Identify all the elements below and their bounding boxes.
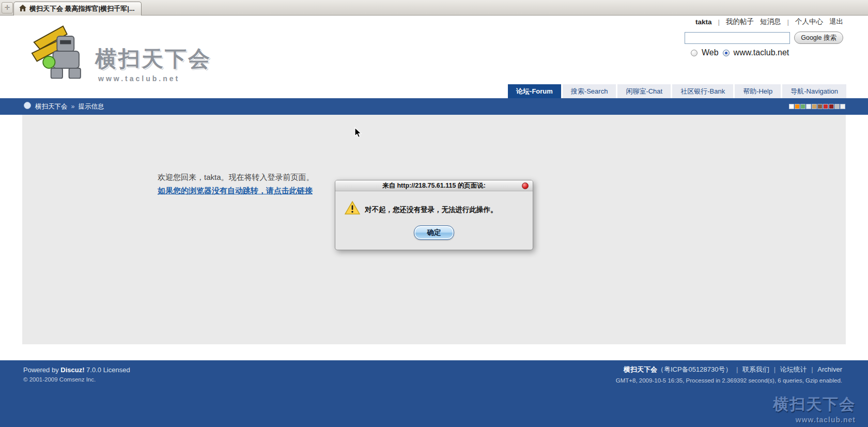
tab-help[interactable]: 帮助-Help [735,84,781,98]
browser-tab[interactable]: 横扫天下会 最高指挥官|横扫千军|... [13,2,142,16]
watermark-url: www.taclub.net [773,416,856,424]
breadcrumb-separator: » [71,103,75,110]
radio-web[interactable] [691,50,698,56]
dialog-message: 对不起，您还没有登录，无法进行此操作。 [365,205,498,215]
screen: ✛ 横扫天下会 最高指挥官|横扫千军|... 横扫天下会 www.taclub.… [0,0,868,427]
footer-site-name: 横扫天下会 [624,365,657,373]
breadcrumb: 横扫天下会 » 提示信息 [23,98,104,115]
footer-stats: GMT+8, 2009-10-5 16:35, Processed in 2.3… [616,377,842,384]
link-stats[interactable]: 论坛统计 [780,365,807,373]
site-logo [30,21,95,83]
style-swatch[interactable] [801,104,805,109]
browser-tab-bar: ✛ 横扫天下会 最高指挥官|横扫千军|... [0,0,868,16]
tab-move-icon[interactable]: ✛ [2,2,13,13]
link-logout[interactable]: 退出 [829,17,843,26]
main-content: 欢迎您回来，takta。现在将转入登录前页面。 如果您的浏览器没有自动跳转，请点… [22,115,846,344]
separator: | [736,365,738,373]
footer-right: 横扫天下会（粤ICP备05128730号） | 联系我们 | 论坛统计 | Ar… [616,365,842,384]
style-swatch[interactable] [829,104,833,109]
dialog-titlebar: 来自 http://218.75.61.115 的页面说: [335,180,533,191]
footer-icp: （粤ICP备05128730号） [657,365,732,373]
search-row: Google 搜索 [685,32,843,44]
powered-suffix: 7.0.0 Licensed [85,366,130,374]
link-my-posts[interactable]: 我的帖子 [726,17,754,26]
breadcrumb-site-link[interactable]: 横扫天下会 [35,102,68,111]
style-swatch[interactable] [841,104,845,109]
search-scope: Web www.taclub.net [691,48,789,57]
google-search-button[interactable]: Google 搜索 [794,32,843,44]
separator: | [774,365,776,373]
tab-search[interactable]: 搜索-Search [563,84,616,98]
link-messages[interactable]: 短消息 [760,17,781,26]
bubble-icon [23,102,32,111]
style-swatch[interactable] [795,104,799,109]
style-swatch[interactable] [824,104,828,109]
link-archiver[interactable]: Archiver [817,365,842,373]
alert-dialog: 来自 http://218.75.61.115 的页面说: 对不起，您还没有登录… [335,180,533,250]
site-watermark: 横扫天下会 www.taclub.net [773,394,856,424]
style-swatch[interactable] [807,104,811,109]
warning-icon [345,201,360,217]
separator: | [787,18,789,26]
close-icon[interactable] [522,182,529,189]
dialog-body: 对不起，您还没有登录，无法进行此操作。 确定 [335,191,533,250]
powered-by: Powered by Discuz! 7.0.0 Licensed [23,366,130,374]
link-user-center[interactable]: 个人中心 [795,17,823,26]
footer-links-row: 横扫天下会（粤ICP备05128730号） | 联系我们 | 论坛统计 | Ar… [616,365,842,374]
discuz-label: Discuz! [60,366,84,374]
powered-prefix: Powered by [23,366,60,374]
style-swatch[interactable] [812,104,816,109]
username-link[interactable]: takta [695,18,712,26]
home-icon [19,4,26,13]
breadcrumb-bar: 横扫天下会 » 提示信息 [0,98,868,115]
search-input[interactable] [685,32,790,44]
welcome-message: 欢迎您回来，takta。现在将转入登录前页面。 [158,173,314,182]
tab-navigation[interactable]: 导航-Navigation [782,84,846,98]
site-url: www.taclub.net [95,74,211,83]
footer-left: Powered by Discuz! 7.0.0 Licensed © 2001… [23,366,130,383]
radio-site[interactable] [723,50,730,56]
dialog-title-text: 来自 http://218.75.61.115 的页面说: [382,182,486,189]
radio-web-label[interactable]: Web [702,48,719,57]
nav-tabs: 论坛-Forum 搜索-Search 闲聊室-Chat 社区银行-Bank 帮助… [508,84,846,98]
ok-button[interactable]: 确定 [414,225,454,240]
footer: Powered by Discuz! 7.0.0 Licensed © 2001… [0,360,868,427]
tab-title: 横扫天下会 最高指挥官|横扫千军|... [29,4,135,13]
site-title: 横扫天下会 [95,44,211,73]
style-swatch[interactable] [789,104,794,109]
style-switcher [789,104,845,109]
watermark-title: 横扫天下会 [773,394,856,415]
separator: | [811,365,813,373]
logo-text: 横扫天下会 www.taclub.net [95,44,211,83]
tab-forum[interactable]: 论坛-Forum [508,84,561,98]
redirect-link[interactable]: 如果您的浏览器没有自动跳转，请点击此链接 [158,186,313,196]
radio-site-label[interactable]: www.taclub.net [734,48,789,57]
separator: | [718,18,720,26]
style-swatch[interactable] [835,104,839,109]
link-contact[interactable]: 联系我们 [742,365,769,373]
style-swatch[interactable] [818,104,822,109]
tab-chat[interactable]: 闲聊室-Chat [617,84,671,98]
user-bar: takta | 我的帖子 短消息 | 个人中心 退出 [695,17,843,26]
breadcrumb-page: 提示信息 [78,102,104,111]
tab-bank[interactable]: 社区银行-Bank [672,84,733,98]
copyright: © 2001-2009 Comsenz Inc. [23,376,130,383]
